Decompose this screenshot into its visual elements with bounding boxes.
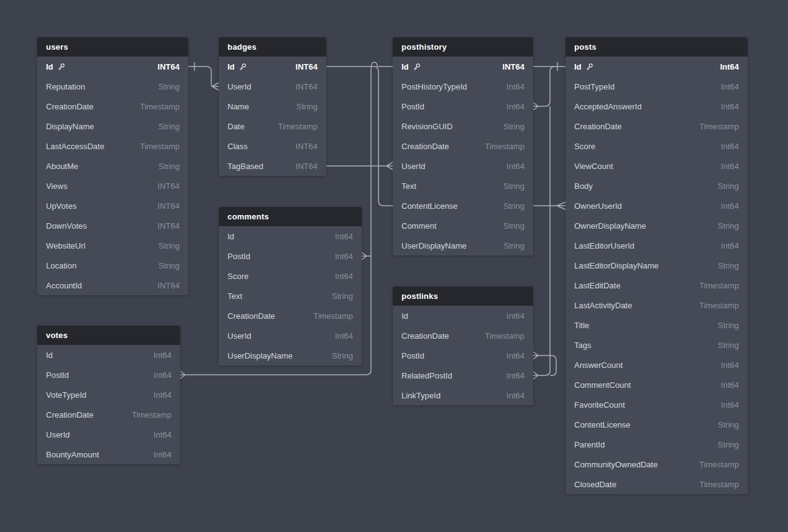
- field-name: VoteTypeId: [46, 390, 86, 400]
- field-name: AboutMe: [46, 162, 78, 171]
- table-users[interactable]: usersIdINT64ReputationStringCreationDate…: [37, 37, 188, 295]
- edge-postlinks-postid--posts-id: [533, 352, 556, 375]
- posts-field-creationdate: CreationDateTimestamp: [566, 116, 748, 136]
- field-name: Name: [227, 102, 249, 111]
- field-type: INT64: [296, 142, 318, 151]
- comments-field-userdisplayname: UserDisplayNameString: [219, 346, 362, 365]
- table-header-votes[interactable]: votes: [37, 326, 180, 345]
- table-header-postlinks[interactable]: postlinks: [393, 287, 533, 306]
- postlinks-field-id: IdInt64: [393, 306, 533, 326]
- table-header-badges[interactable]: badges: [219, 37, 326, 57]
- posts-field-commentcount: CommentCountInt64: [566, 375, 748, 395]
- field-type: Int64: [506, 391, 525, 400]
- posthistory-field-revisionguid: RevisionGUIDString: [393, 116, 533, 136]
- field-name: PostHistoryTypeId: [401, 82, 467, 91]
- table-badges[interactable]: badgesIdINT64UserIdINT64NameStringDateTi…: [219, 37, 326, 176]
- table-postlinks[interactable]: postlinksIdInt64CreationDateTimestampPos…: [393, 287, 533, 405]
- field-name: OwnerUserId: [574, 201, 622, 211]
- field-name: PostId: [401, 102, 424, 111]
- table-header-posthistory[interactable]: posthistory: [393, 37, 533, 57]
- field-type: INT64: [158, 181, 180, 191]
- field-type: String: [503, 221, 525, 231]
- field-name: CreationDate: [227, 311, 275, 321]
- field-type: String: [503, 201, 525, 211]
- table-votes[interactable]: votesIdInt64PostIdInt64VoteTypeIdInt64Cr…: [37, 326, 180, 464]
- field-type: Int64: [335, 272, 353, 281]
- votes-field-votetypeid: VoteTypeIdInt64: [37, 385, 180, 405]
- users-field-displayname: DisplayNameString: [37, 116, 188, 136]
- diagram-canvas[interactable]: usersIdINT64ReputationStringCreationDate…: [0, 0, 788, 532]
- field-name: PostTypeId: [574, 82, 615, 91]
- posthistory-field-userdisplayname: UserDisplayNameString: [393, 236, 533, 255]
- field-name: Date: [227, 122, 244, 131]
- table-posthistory[interactable]: posthistoryIdINT64PostHistoryTypeIdInt64…: [393, 37, 533, 255]
- users-field-websiteurl: WebsiteUrlString: [37, 236, 188, 255]
- field-name: Comment: [401, 221, 436, 231]
- votes-field-userid: UserIdInt64: [37, 424, 180, 444]
- field-name: Text: [401, 181, 416, 191]
- users-field-creationdate: CreationDateTimestamp: [37, 96, 188, 116]
- badges-field-tagbased: TagBasedINT64: [219, 156, 326, 176]
- field-name: Body: [574, 181, 593, 191]
- field-name: LinkTypeId: [401, 391, 441, 400]
- field-type: String: [158, 241, 180, 250]
- field-type: String: [718, 221, 739, 231]
- field-type: Timestamp: [699, 301, 739, 310]
- table-posts[interactable]: postsIdInt64PostTypeIdInt64AcceptedAnswe…: [566, 37, 748, 494]
- table-comments[interactable]: commentsIdInt64PostIdInt64ScoreInt64Text…: [219, 207, 362, 365]
- postlinks-field-linktypeid: LinkTypeIdInt64: [393, 385, 533, 405]
- badges-field-id: IdINT64: [219, 57, 326, 76]
- field-type: Timestamp: [699, 460, 739, 469]
- posts-field-lasteditoruserid: LastEditorUserIdInt64: [566, 236, 748, 255]
- posts-field-ownerdisplayname: OwnerDisplayNameString: [566, 216, 748, 236]
- edge-users-id--posthistory-userid: [326, 162, 393, 170]
- posts-field-parentid: ParentIdString: [566, 434, 748, 454]
- field-type: Int64: [721, 201, 739, 211]
- posthistory-field-posthistorytypeid: PostHistoryTypeIdInt64: [393, 76, 533, 96]
- field-name: Id: [227, 232, 234, 241]
- field-name: Id: [46, 62, 53, 71]
- badges-field-date: DateTimestamp: [219, 116, 326, 136]
- field-name: AnswerCount: [574, 360, 623, 370]
- field-type: Int64: [335, 331, 353, 341]
- field-type: Int64: [506, 351, 525, 360]
- table-header-posts[interactable]: posts: [566, 37, 748, 57]
- field-name: UserId: [227, 331, 251, 341]
- field-name: Text: [227, 291, 242, 301]
- field-type: String: [718, 261, 739, 270]
- field-name: Id: [46, 351, 53, 360]
- field-type: Int64: [721, 142, 739, 151]
- field-type: Timestamp: [485, 331, 525, 341]
- posts-field-posttypeid: PostTypeIdInt64: [566, 76, 748, 96]
- table-title: votes: [46, 331, 68, 340]
- field-type: String: [503, 241, 525, 250]
- field-name: LastEditorDisplayName: [574, 261, 659, 270]
- users-field-lastaccessdate: LastAccessDateTimestamp: [37, 136, 188, 156]
- field-name: LastAccessDate: [46, 142, 104, 151]
- edge-comments-postid--posts-id: [362, 252, 371, 260]
- field-name: Title: [574, 321, 589, 330]
- field-type: String: [332, 291, 353, 301]
- field-type: String: [718, 420, 739, 429]
- field-type: String: [158, 82, 180, 91]
- field-type: Int64: [721, 162, 739, 171]
- field-name: AccountId: [46, 281, 82, 290]
- field-name: Id: [401, 311, 408, 321]
- table-header-users[interactable]: users: [37, 37, 188, 57]
- table-header-comments[interactable]: comments: [219, 207, 362, 226]
- votes-field-postid: PostIdInt64: [37, 365, 180, 385]
- comments-field-text: TextString: [219, 286, 362, 306]
- field-name: Tags: [574, 341, 591, 350]
- posts-field-closeddate: ClosedDateTimestamp: [566, 474, 748, 494]
- field-type: Int64: [721, 102, 739, 111]
- field-name: DownVotes: [46, 221, 87, 231]
- field-name: AcceptedAnswerId: [574, 102, 641, 111]
- key-icon: [585, 63, 593, 71]
- field-type: String: [503, 122, 525, 131]
- field-name: CommunityOwnedDate: [574, 460, 657, 469]
- field-name: LastActivityDate: [574, 301, 632, 310]
- users-field-reputation: ReputationString: [37, 76, 188, 96]
- field-type: INT64: [158, 62, 180, 71]
- field-type: String: [718, 440, 739, 449]
- field-type: Int64: [335, 232, 353, 241]
